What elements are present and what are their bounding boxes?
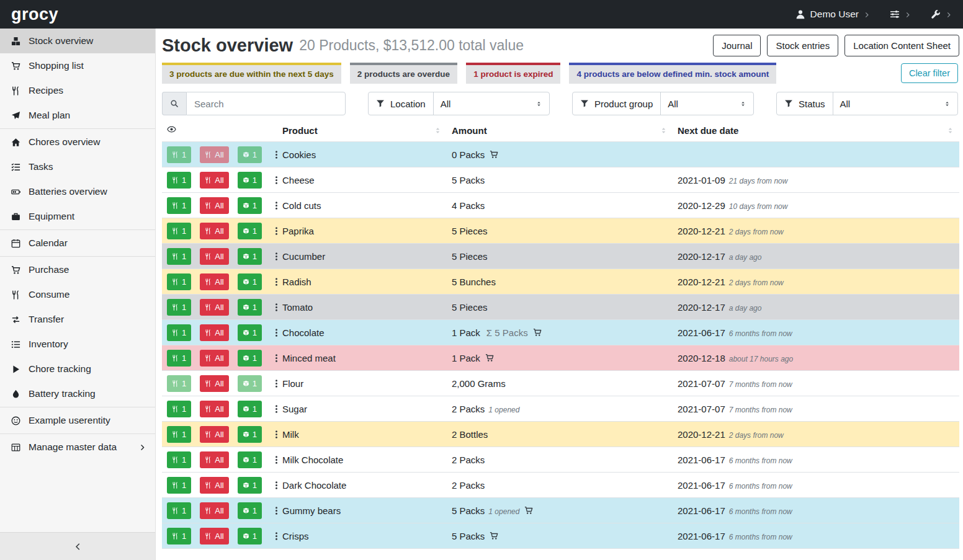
open-one-button[interactable]: 1 [238, 273, 262, 290]
consume-all-button[interactable]: All [200, 248, 228, 265]
consume-one-button[interactable]: 1 [167, 273, 191, 290]
column-header-next-due-date[interactable]: Next due date [673, 121, 959, 142]
consume-all-button[interactable]: All [200, 172, 228, 189]
consume-all-button[interactable]: All [200, 197, 228, 214]
consume-one-button[interactable]: 1 [167, 502, 191, 519]
row-menu-button[interactable] [271, 303, 282, 312]
row-menu-button[interactable] [271, 455, 282, 464]
row-menu-button[interactable] [271, 252, 282, 261]
row-menu-button[interactable] [271, 404, 282, 414]
sidebar-item-stock-overview[interactable]: Stock overview [0, 29, 155, 53]
consume-one-button[interactable]: 1 [167, 172, 191, 189]
sidebar-item-manage-master-data[interactable]: Manage master data [0, 435, 155, 460]
consume-all-button[interactable]: All [200, 477, 228, 494]
location-content-sheet-button[interactable]: Location Content Sheet [844, 35, 959, 56]
consume-one-button[interactable]: 1 [167, 350, 191, 367]
display-settings-menu[interactable] [890, 9, 911, 19]
clear-filter-button[interactable]: Clear filter [901, 63, 958, 83]
consume-all-button[interactable]: All [200, 451, 228, 468]
consume-all-button[interactable]: All [200, 426, 228, 443]
column-header-amount[interactable]: Amount [447, 121, 673, 142]
row-menu-button[interactable] [271, 201, 282, 210]
consume-all-button[interactable]: All [200, 223, 228, 239]
consume-all-button[interactable]: All [200, 350, 228, 367]
consume-all-button[interactable]: All [200, 273, 228, 290]
open-one-button[interactable]: 1 [238, 324, 262, 341]
filter-select-status[interactable]: All [833, 92, 957, 115]
consume-all-button[interactable]: All [200, 299, 228, 316]
banner-secondary[interactable]: 2 products are overdue [350, 63, 457, 84]
consume-one-button[interactable]: 1 [167, 451, 191, 468]
filter-select-product-group[interactable]: All [660, 92, 753, 115]
sidebar-collapse-button[interactable] [0, 532, 155, 560]
sidebar-item-transfer[interactable]: Transfer [0, 307, 155, 332]
sidebar-item-consume[interactable]: Consume [0, 282, 155, 307]
sidebar-item-example-userentity[interactable]: Example userentity [0, 408, 155, 433]
row-menu-button[interactable] [271, 481, 282, 490]
sidebar-item-batteries-overview[interactable]: Batteries overview [0, 179, 155, 204]
sidebar-item-battery-tracking[interactable]: Battery tracking [0, 381, 155, 406]
open-one-button[interactable]: 1 [238, 299, 262, 316]
consume-one-button[interactable]: 1 [167, 477, 191, 494]
open-one-button[interactable]: 1 [238, 197, 262, 214]
consume-all-button[interactable]: All [200, 502, 228, 519]
consume-one-button[interactable]: 1 [167, 426, 191, 443]
open-one-button[interactable]: 1 [238, 350, 262, 367]
row-menu-button[interactable] [271, 353, 282, 363]
banner-warning[interactable]: 3 products are due within the next 5 day… [162, 63, 341, 84]
row-menu-button[interactable] [271, 226, 282, 236]
row-menu-button[interactable] [271, 506, 282, 515]
open-one-button[interactable]: 1 [238, 528, 262, 544]
sidebar-item-recipes[interactable]: Recipes [0, 78, 155, 103]
open-one-button[interactable]: 1 [238, 172, 262, 189]
sidebar-item-purchase[interactable]: Purchase [0, 257, 155, 282]
sidebar-item-chores-overview[interactable]: Chores overview [0, 130, 155, 154]
row-menu-button[interactable] [271, 379, 282, 388]
consume-one-button[interactable]: 1 [167, 401, 191, 417]
eye-icon[interactable] [167, 125, 176, 134]
sort-icon[interactable] [660, 127, 668, 135]
stock-entries-button[interactable]: Stock entries [767, 35, 838, 56]
open-one-button[interactable]: 1 [238, 223, 262, 239]
consume-one-button[interactable]: 1 [167, 528, 191, 544]
journal-button[interactable]: Journal [713, 35, 761, 56]
app-logo[interactable]: grocy [11, 5, 58, 24]
row-menu-button[interactable] [271, 531, 282, 541]
admin-menu[interactable] [931, 9, 952, 19]
consume-one-button[interactable]: 1 [167, 223, 191, 239]
column-header-product[interactable]: Product [277, 121, 447, 142]
open-one-button[interactable]: 1 [238, 477, 262, 494]
row-menu-button[interactable] [271, 150, 282, 159]
consume-one-button[interactable]: 1 [167, 324, 191, 341]
sidebar-item-meal-plan[interactable]: Meal plan [0, 103, 155, 128]
consume-all-button[interactable]: All [200, 528, 228, 544]
open-one-button[interactable]: 1 [238, 248, 262, 265]
sort-icon[interactable] [946, 127, 954, 135]
banner-info[interactable]: 4 products are below defined min. stock … [569, 63, 776, 84]
row-menu-button[interactable] [271, 328, 282, 337]
sidebar-item-chore-tracking[interactable]: Chore tracking [0, 357, 155, 381]
open-one-button[interactable]: 1 [238, 401, 262, 417]
sort-icon[interactable] [434, 127, 442, 135]
row-menu-button[interactable] [271, 430, 282, 439]
sidebar-item-tasks[interactable]: Tasks [0, 154, 155, 179]
open-one-button[interactable]: 1 [238, 426, 262, 443]
sidebar-item-inventory[interactable]: Inventory [0, 332, 155, 357]
sidebar-item-shopping-list[interactable]: Shopping list [0, 53, 155, 78]
consume-all-button[interactable]: All [200, 401, 228, 417]
consume-all-button[interactable]: All [200, 324, 228, 341]
sidebar-item-equipment[interactable]: Equipment [0, 204, 155, 229]
consume-all-button[interactable]: All [200, 375, 228, 392]
user-menu[interactable]: Demo User [795, 9, 870, 20]
open-one-button[interactable]: 1 [238, 502, 262, 519]
consume-one-button[interactable]: 1 [167, 197, 191, 214]
sidebar-item-calendar[interactable]: Calendar [0, 231, 155, 256]
banner-danger[interactable]: 1 product is expired [466, 63, 560, 84]
filter-select-location[interactable]: All [433, 92, 549, 115]
search-input[interactable] [186, 92, 346, 115]
row-menu-button[interactable] [271, 277, 282, 287]
open-one-button[interactable]: 1 [238, 451, 262, 468]
row-menu-button[interactable] [271, 176, 282, 185]
consume-one-button[interactable]: 1 [167, 299, 191, 316]
consume-one-button[interactable]: 1 [167, 248, 191, 265]
